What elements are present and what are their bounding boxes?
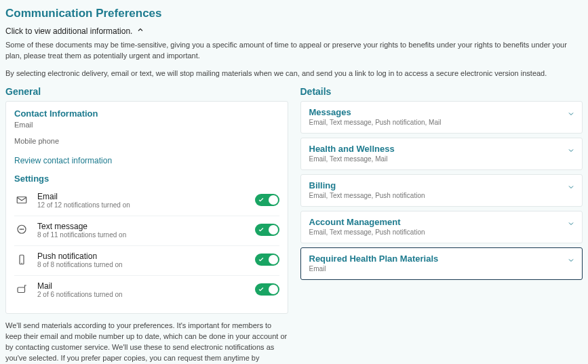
setting-name: Email xyxy=(37,192,247,201)
acc-sub: Email, Text message, Mail xyxy=(309,155,574,163)
details-accordion: Messages Email, Text message, Push notif… xyxy=(300,101,583,280)
setting-row-text: Text message 8 of 11 notifications turne… xyxy=(14,216,279,246)
general-heading: General xyxy=(5,86,288,97)
svg-point-2 xyxy=(20,229,20,230)
chevron-down-icon xyxy=(567,183,575,193)
acc-item-required-materials[interactable]: Required Health Plan Materials Email xyxy=(300,247,583,280)
general-card: Contact Information Email Mobile phone R… xyxy=(5,101,288,314)
settings-heading: Settings xyxy=(14,174,279,184)
chevron-down-icon xyxy=(567,220,575,230)
acc-title: Billing xyxy=(309,180,574,190)
svg-point-4 xyxy=(23,229,24,230)
details-heading: Details xyxy=(300,86,583,97)
acc-title: Health and Wellness xyxy=(309,144,574,154)
intro-text: Some of these documents may be time-sens… xyxy=(5,40,583,79)
footer-text: We'll send materials according to your p… xyxy=(5,321,288,364)
acc-sub: Email xyxy=(309,265,574,272)
intro-paragraph-1: Some of these documents may be time-sens… xyxy=(5,40,583,62)
envelope-icon xyxy=(14,194,29,206)
setting-sub: 8 of 11 notifications turned on xyxy=(37,231,247,239)
contact-phone-label: Mobile phone xyxy=(14,137,279,145)
toggle-mail[interactable] xyxy=(255,283,279,296)
setting-name: Push notification xyxy=(37,251,247,261)
acc-sub: Email, Text message, Push notification xyxy=(309,192,574,199)
chevron-up-icon xyxy=(136,26,144,36)
toggle-email[interactable] xyxy=(255,194,279,206)
acc-title: Required Health Plan Materials xyxy=(309,254,574,264)
acc-sub: Email, Text message, Push notification, … xyxy=(309,119,574,126)
chevron-down-icon xyxy=(567,256,575,266)
acc-title: Account Management xyxy=(309,217,574,227)
contact-info-heading: Contact Information xyxy=(14,108,279,119)
setting-row-email: Email 12 of 12 notifications turned on xyxy=(14,186,279,216)
setting-name: Mail xyxy=(37,281,247,291)
acc-item-messages[interactable]: Messages Email, Text message, Push notif… xyxy=(300,101,583,134)
review-contact-link[interactable]: Review contact information xyxy=(14,156,112,165)
svg-point-3 xyxy=(22,229,22,230)
setting-name: Text message xyxy=(37,222,247,231)
acc-item-billing[interactable]: Billing Email, Text message, Push notifi… xyxy=(300,174,583,207)
page-title: Communication Preferences xyxy=(5,7,583,20)
setting-sub: 2 of 6 notifications turned on xyxy=(37,291,247,298)
chat-icon xyxy=(14,224,29,236)
intro-paragraph-2: By selecting electronic delivery, email … xyxy=(5,68,583,79)
acc-title: Messages xyxy=(309,107,574,117)
disclosure-label: Click to view additional information. xyxy=(5,26,132,36)
toggle-push[interactable] xyxy=(255,254,279,266)
svg-rect-7 xyxy=(18,287,25,293)
setting-sub: 8 of 8 notifications turned on xyxy=(37,261,247,268)
chevron-down-icon xyxy=(567,146,575,157)
setting-row-mail: Mail 2 of 6 notifications turned on xyxy=(14,276,279,305)
acc-item-health[interactable]: Health and Wellness Email, Text message,… xyxy=(300,138,583,170)
setting-sub: 12 of 12 notifications turned on xyxy=(37,201,247,209)
contact-email-label: Email xyxy=(14,121,279,129)
chevron-down-icon xyxy=(567,110,575,120)
mailbox-icon xyxy=(14,283,29,296)
setting-row-push: Push notification 8 of 8 notifications t… xyxy=(14,246,279,276)
acc-sub: Email, Text message, Push notification xyxy=(309,228,574,236)
acc-item-account[interactable]: Account Management Email, Text message, … xyxy=(300,211,583,243)
footer-paragraph-1: We'll send materials according to your p… xyxy=(5,321,288,364)
phone-icon xyxy=(14,254,29,266)
svg-rect-0 xyxy=(17,197,26,203)
toggle-text[interactable] xyxy=(255,224,279,236)
disclosure-toggle[interactable]: Click to view additional information. xyxy=(5,26,583,36)
